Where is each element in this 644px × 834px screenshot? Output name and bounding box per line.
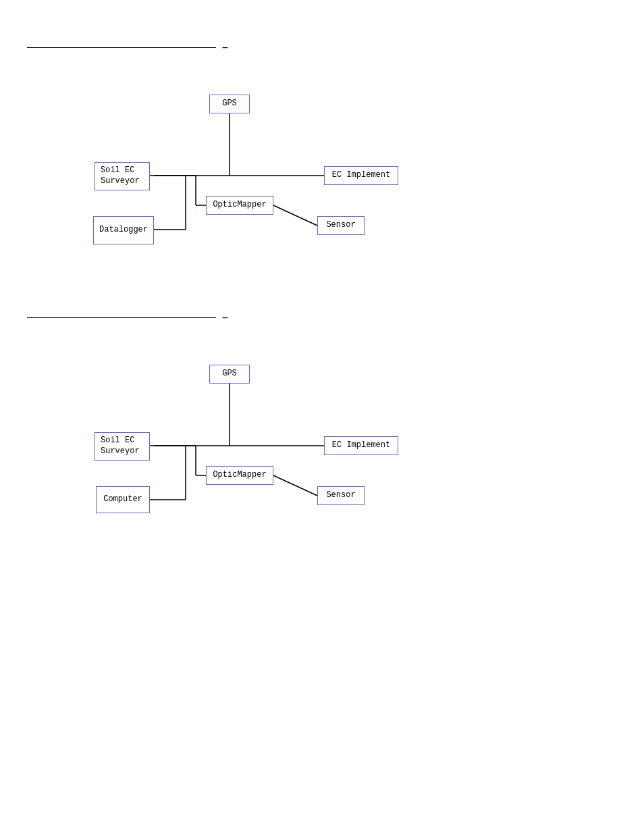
node-ec-implement-2: EC Implement — [324, 436, 398, 455]
node-sensor-2: Sensor — [317, 486, 365, 505]
node-soil-ec-1: Soil ECSurveyor — [95, 162, 150, 190]
section-1-line — [27, 47, 216, 48]
node-soil-ec-2: Soil ECSurveyor — [95, 432, 150, 461]
node-computer-2: Computer — [96, 486, 150, 513]
node-sensor-1: Sensor — [317, 216, 365, 235]
node-datalogger-1: Datalogger — [93, 216, 154, 244]
section-1-dash: – — [221, 41, 229, 54]
diagram-2: GPS Soil ECSurveyor EC Implement OpticMa… — [54, 351, 459, 540]
node-opticmapper-1: OpticMapper — [206, 196, 273, 215]
node-ec-implement-1: EC Implement — [324, 166, 398, 185]
section-1-header: – — [27, 41, 617, 54]
section-1: – GPS — [27, 41, 617, 270]
section-2-dash: – — [221, 311, 229, 324]
section-2-line — [27, 317, 216, 318]
page: – GPS — [0, 0, 644, 834]
section-2-header: – — [27, 311, 617, 324]
node-opticmapper-2: OpticMapper — [206, 466, 273, 485]
svg-line-8 — [273, 205, 317, 226]
node-gps-1: GPS — [209, 95, 250, 113]
section-2: – GPS — [27, 311, 617, 540]
diagram-1: GPS Soil ECSurveyor EC Implement OpticMa… — [54, 81, 459, 270]
svg-line-17 — [273, 475, 317, 496]
node-gps-2: GPS — [209, 365, 250, 384]
